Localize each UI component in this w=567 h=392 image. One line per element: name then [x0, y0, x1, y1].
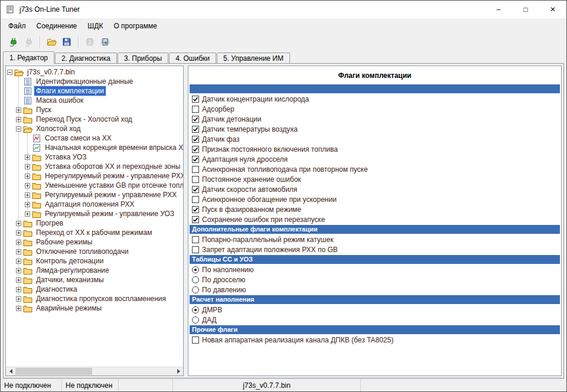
tree-item-label[interactable]: Флаги комплектации	[34, 86, 106, 96]
tree-item[interactable]: Реулируемый режим - управление УОЗ	[7, 209, 183, 218]
tab-instruments[interactable]: 3. Приборы	[118, 53, 168, 63]
tree-item[interactable]: Уставка УОЗ	[7, 152, 183, 162]
tree-item-label[interactable]: Реулируемый режим - управление УОЗ	[43, 209, 176, 218]
checkbox-checked-icon[interactable]	[192, 216, 199, 223]
checkbox-unchecked-icon[interactable]	[192, 246, 199, 253]
flag-option[interactable]: Датчик скорости автомобиля	[188, 184, 561, 194]
expand-icon[interactable]	[16, 277, 21, 283]
expand-icon[interactable]	[16, 240, 21, 245]
tree-item-label[interactable]: Переход от ХХ к рабочим режимам	[34, 228, 154, 237]
expand-icon[interactable]	[16, 259, 21, 264]
flag-option[interactable]: Сохранение ошибок при перезапуске	[188, 214, 561, 224]
expand-icon[interactable]	[16, 221, 21, 226]
checkbox-checked-icon[interactable]	[192, 126, 199, 133]
expand-icon[interactable]	[16, 249, 21, 254]
expand-icon[interactable]	[16, 287, 21, 292]
expand-icon[interactable]	[16, 107, 21, 113]
flag-option[interactable]: Адаптация нуля дросселя	[188, 154, 561, 164]
flag-option[interactable]: Пуск в фазированном режиме	[188, 204, 561, 214]
minimize-button[interactable]: –	[485, 1, 512, 18]
collapse-icon[interactable]	[7, 70, 12, 75]
tree-item[interactable]: Регулируемый режим - управление РХХ	[7, 190, 183, 200]
tree-item[interactable]: Переход от ХХ к рабочим режимам	[7, 228, 183, 237]
expand-icon[interactable]	[25, 202, 30, 207]
checkbox-unchecked-icon[interactable]	[192, 176, 199, 183]
tree-item[interactable]: Переход Пуск - Холостой ход	[7, 115, 183, 124]
tree-item-label[interactable]: Диагностика	[34, 285, 79, 294]
radio-option[interactable]: По наполнению	[188, 264, 561, 275]
expand-icon[interactable]	[16, 306, 21, 311]
expand-icon[interactable]	[25, 183, 30, 188]
flag-option[interactable]: Датчик детонации	[188, 114, 561, 124]
tree-item-label[interactable]: Уставка оборотов ХХ и переходные зоны	[43, 162, 182, 171]
radio-unchecked-icon[interactable]	[192, 276, 199, 283]
tree-item[interactable]: Начальная коррекция времени впрыска ХХ	[7, 143, 183, 152]
expand-icon[interactable]	[25, 192, 30, 198]
tree-item[interactable]: Диагностика пропусков воспламенения	[7, 294, 183, 303]
checkbox-unchecked-icon[interactable]	[192, 236, 199, 243]
tree-item[interactable]: Уменьшение уставки GB при отсечке топлив…	[7, 181, 183, 190]
flag-option[interactable]: Датчик концентрации кислорода	[188, 94, 561, 104]
tab-errors[interactable]: 4. Ошибки	[169, 53, 216, 63]
tree-item[interactable]: Нерегулируемый режим - управление РХХ	[7, 171, 183, 181]
checkbox-checked-icon[interactable]	[192, 96, 199, 103]
tree-item-label[interactable]: Аварийные режимы	[34, 303, 103, 313]
expand-icon[interactable]	[16, 268, 21, 273]
flag-option[interactable]: Датчик фаз	[188, 134, 561, 144]
scroll-right-arrow-icon[interactable]	[174, 367, 183, 375]
menu-connection[interactable]: Соединение	[31, 19, 83, 32]
flag-option[interactable]: Признак постоянного включения топлива	[188, 144, 561, 154]
expand-icon[interactable]	[25, 174, 30, 179]
expand-icon[interactable]	[16, 296, 21, 302]
menu-about[interactable]: О программе	[108, 19, 162, 32]
checkbox-unchecked-icon[interactable]	[192, 196, 199, 203]
tree-item[interactable]: Состав смеси на ХХ	[7, 133, 183, 143]
maximize-button[interactable]: □	[512, 1, 539, 18]
tree-item[interactable]: Маска ошибок	[7, 96, 183, 105]
tree-item-label[interactable]: Нерегулируемый режим - управление РХХ	[43, 171, 183, 181]
tree-item-label[interactable]: Идентификационные данные	[34, 77, 135, 86]
tree-item[interactable]: Датчики, механизмы	[7, 275, 183, 285]
flag-option[interactable]: Запрет адаптации положения РХХ по GB	[188, 244, 561, 254]
flag-option[interactable]: Асинхронное обогащение при ускорении	[188, 194, 561, 204]
tree-item[interactable]: Аварийные режимы	[7, 303, 183, 313]
tree-item[interactable]: Адаптация положения РХХ	[7, 200, 183, 209]
open-file-button[interactable]	[44, 35, 59, 49]
tree-item-label[interactable]: j73s_v0.7.7.bin	[25, 67, 77, 77]
tree-item-label[interactable]: Маска ошибок	[34, 96, 85, 105]
tree-item-label[interactable]: Переход Пуск - Холостой ход	[34, 115, 134, 124]
connect-button[interactable]	[5, 35, 21, 49]
radio-unchecked-icon[interactable]	[192, 316, 199, 324]
expand-icon[interactable]	[25, 155, 30, 160]
expand-icon[interactable]	[16, 117, 21, 122]
collapse-icon[interactable]	[16, 126, 21, 132]
tree-item-label[interactable]: Начальная коррекция времени впрыска ХХ	[43, 143, 183, 152]
checkbox-checked-icon[interactable]	[192, 116, 199, 123]
tree-item-label[interactable]: Рабочие режимы	[34, 237, 94, 247]
expand-icon[interactable]	[25, 164, 30, 169]
checkbox-unchecked-icon[interactable]	[192, 166, 199, 173]
tree-item[interactable]: Идентификационные данные	[7, 77, 183, 86]
tree-item-label[interactable]: Уменьшение уставки GB при отсечке топлив…	[43, 181, 183, 190]
splitter[interactable]	[184, 66, 188, 376]
checkbox-checked-icon[interactable]	[192, 146, 199, 153]
tree-item-label[interactable]: Отключение топливоподачи	[34, 247, 131, 256]
scrollbar-track[interactable]	[15, 367, 174, 375]
tree-item[interactable]: Уставка оборотов ХХ и переходные зоны	[7, 162, 183, 171]
tree-item-label[interactable]: Датчики, механизмы	[34, 275, 106, 285]
flag-option[interactable]: Попарно-параллельный режим катушек	[188, 234, 561, 244]
checkbox-checked-icon[interactable]	[192, 156, 199, 163]
tree-item-label[interactable]: Прогрев	[34, 218, 65, 228]
tree-item-label[interactable]: Лямда-регулирование	[34, 266, 111, 275]
menu-file[interactable]: Файл	[3, 19, 31, 32]
radio-checked-icon[interactable]	[192, 266, 199, 273]
radio-unchecked-icon[interactable]	[192, 286, 199, 293]
tree-item[interactable]: Диагностика	[7, 285, 183, 294]
expand-icon[interactable]	[16, 230, 21, 236]
tree-item[interactable]: Пуск	[7, 105, 183, 115]
radio-option[interactable]: По давлению	[188, 285, 561, 295]
save-file-button[interactable]	[59, 35, 74, 49]
checkbox-checked-icon[interactable]	[192, 136, 199, 143]
expand-icon[interactable]	[25, 211, 30, 217]
tree-item-label[interactable]: Пуск	[34, 105, 53, 115]
